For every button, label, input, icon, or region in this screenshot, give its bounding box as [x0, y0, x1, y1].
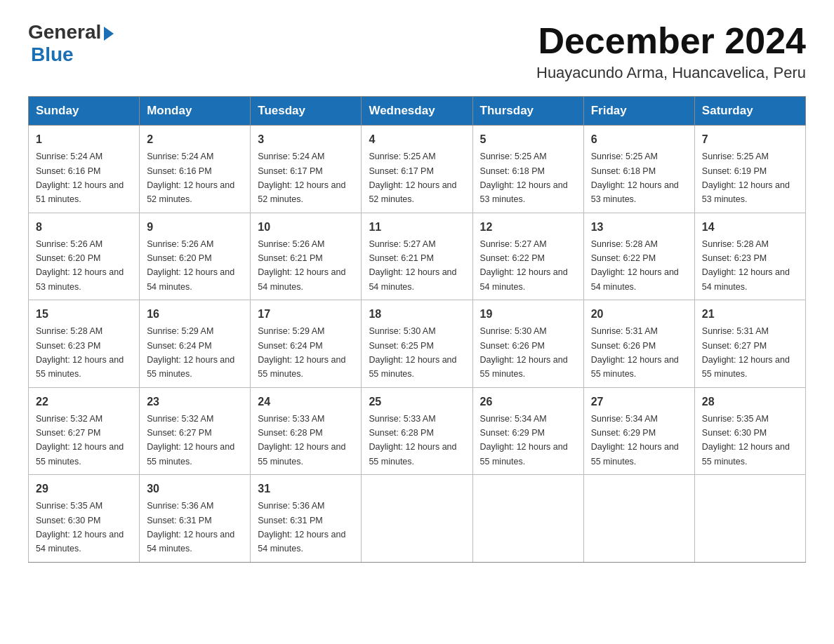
day-info: Sunrise: 5:30 AMSunset: 6:25 PMDaylight:…	[369, 326, 456, 379]
day-info: Sunrise: 5:29 AMSunset: 6:24 PMDaylight:…	[258, 326, 345, 379]
calendar-cell: 19 Sunrise: 5:30 AMSunset: 6:26 PMDaylig…	[472, 300, 583, 388]
day-info: Sunrise: 5:27 AMSunset: 6:21 PMDaylight:…	[369, 239, 456, 292]
day-number: 18	[369, 306, 465, 323]
day-info: Sunrise: 5:32 AMSunset: 6:27 PMDaylight:…	[36, 414, 124, 467]
page-header: General Blue December 2024 Huayacundo Ar…	[28, 21, 806, 82]
day-number: 16	[147, 306, 243, 323]
calendar-cell: 7 Sunrise: 5:25 AMSunset: 6:19 PMDayligh…	[694, 126, 805, 213]
day-number: 24	[258, 394, 354, 410]
day-number: 31	[258, 481, 354, 497]
day-info: Sunrise: 5:31 AMSunset: 6:27 PMDaylight:…	[702, 326, 790, 379]
calendar-cell: 18 Sunrise: 5:30 AMSunset: 6:25 PMDaylig…	[362, 300, 472, 388]
day-number: 26	[480, 394, 576, 410]
weekday-header-friday: Friday	[583, 97, 694, 126]
day-number: 25	[369, 394, 465, 410]
day-number: 23	[147, 394, 243, 410]
calendar-cell: 13 Sunrise: 5:28 AMSunset: 6:22 PMDaylig…	[583, 213, 694, 300]
calendar-cell	[583, 475, 694, 563]
weekday-header-thursday: Thursday	[472, 97, 583, 126]
day-info: Sunrise: 5:26 AMSunset: 6:21 PMDaylight:…	[258, 239, 345, 292]
day-info: Sunrise: 5:35 AMSunset: 6:30 PMDaylight:…	[36, 501, 124, 554]
day-info: Sunrise: 5:27 AMSunset: 6:22 PMDaylight:…	[480, 239, 568, 292]
calendar-cell: 22 Sunrise: 5:32 AMSunset: 6:27 PMDaylig…	[29, 387, 140, 475]
day-number: 6	[591, 131, 687, 148]
location-title: Huayacundo Arma, Huancavelica, Peru	[536, 64, 806, 82]
calendar-cell: 29 Sunrise: 5:35 AMSunset: 6:30 PMDaylig…	[29, 475, 140, 563]
day-number: 2	[147, 131, 243, 148]
calendar-cell: 12 Sunrise: 5:27 AMSunset: 6:22 PMDaylig…	[472, 213, 583, 300]
calendar-cell: 5 Sunrise: 5:25 AMSunset: 6:18 PMDayligh…	[472, 126, 583, 213]
day-number: 17	[258, 306, 354, 323]
day-info: Sunrise: 5:24 AMSunset: 6:17 PMDaylight:…	[258, 152, 345, 204]
calendar-cell: 23 Sunrise: 5:32 AMSunset: 6:27 PMDaylig…	[140, 387, 251, 475]
calendar-week-row: 29 Sunrise: 5:35 AMSunset: 6:30 PMDaylig…	[29, 475, 806, 563]
calendar-cell: 24 Sunrise: 5:33 AMSunset: 6:28 PMDaylig…	[251, 387, 362, 475]
day-info: Sunrise: 5:36 AMSunset: 6:31 PMDaylight:…	[147, 501, 234, 554]
day-info: Sunrise: 5:33 AMSunset: 6:28 PMDaylight:…	[258, 414, 345, 467]
day-number: 7	[702, 131, 798, 148]
calendar-table: SundayMondayTuesdayWednesdayThursdayFrid…	[28, 96, 806, 563]
title-area: December 2024 Huayacundo Arma, Huancavel…	[536, 21, 806, 82]
calendar-cell: 30 Sunrise: 5:36 AMSunset: 6:31 PMDaylig…	[140, 475, 251, 563]
day-number: 12	[480, 219, 576, 236]
weekday-header-sunday: Sunday	[29, 97, 140, 126]
day-number: 1	[36, 131, 132, 148]
weekday-header-saturday: Saturday	[694, 97, 805, 126]
day-number: 15	[36, 306, 132, 323]
day-info: Sunrise: 5:24 AMSunset: 6:16 PMDaylight:…	[147, 152, 234, 204]
day-info: Sunrise: 5:31 AMSunset: 6:26 PMDaylight:…	[591, 326, 679, 379]
day-info: Sunrise: 5:28 AMSunset: 6:22 PMDaylight:…	[591, 239, 679, 292]
day-number: 13	[591, 219, 687, 236]
calendar-week-row: 22 Sunrise: 5:32 AMSunset: 6:27 PMDaylig…	[29, 387, 806, 475]
day-number: 3	[258, 131, 354, 148]
day-info: Sunrise: 5:34 AMSunset: 6:29 PMDaylight:…	[480, 414, 568, 467]
calendar-cell: 21 Sunrise: 5:31 AMSunset: 6:27 PMDaylig…	[694, 300, 805, 388]
day-info: Sunrise: 5:28 AMSunset: 6:23 PMDaylight:…	[702, 239, 790, 292]
day-info: Sunrise: 5:25 AMSunset: 6:18 PMDaylight:…	[480, 152, 568, 204]
calendar-cell: 14 Sunrise: 5:28 AMSunset: 6:23 PMDaylig…	[694, 213, 805, 300]
day-info: Sunrise: 5:26 AMSunset: 6:20 PMDaylight:…	[147, 239, 234, 292]
calendar-week-row: 8 Sunrise: 5:26 AMSunset: 6:20 PMDayligh…	[29, 213, 806, 300]
day-number: 22	[36, 394, 132, 410]
calendar-cell: 8 Sunrise: 5:26 AMSunset: 6:20 PMDayligh…	[29, 213, 140, 300]
day-info: Sunrise: 5:26 AMSunset: 6:20 PMDaylight:…	[36, 239, 124, 292]
day-number: 5	[480, 131, 576, 148]
calendar-week-row: 1 Sunrise: 5:24 AMSunset: 6:16 PMDayligh…	[29, 126, 806, 213]
weekday-header-wednesday: Wednesday	[362, 97, 472, 126]
day-info: Sunrise: 5:25 AMSunset: 6:19 PMDaylight:…	[702, 152, 790, 204]
day-info: Sunrise: 5:25 AMSunset: 6:17 PMDaylight:…	[369, 152, 456, 204]
logo: General Blue	[28, 21, 114, 66]
day-info: Sunrise: 5:24 AMSunset: 6:16 PMDaylight:…	[36, 152, 124, 204]
calendar-cell: 2 Sunrise: 5:24 AMSunset: 6:16 PMDayligh…	[140, 126, 251, 213]
day-number: 28	[702, 394, 798, 410]
day-info: Sunrise: 5:30 AMSunset: 6:26 PMDaylight:…	[480, 326, 568, 379]
calendar-cell: 6 Sunrise: 5:25 AMSunset: 6:18 PMDayligh…	[583, 126, 694, 213]
day-number: 8	[36, 219, 132, 236]
month-title: December 2024	[536, 21, 806, 61]
weekday-header-tuesday: Tuesday	[251, 97, 362, 126]
day-info: Sunrise: 5:29 AMSunset: 6:24 PMDaylight:…	[147, 326, 234, 379]
logo-general-text: General	[28, 21, 101, 43]
calendar-cell: 17 Sunrise: 5:29 AMSunset: 6:24 PMDaylig…	[251, 300, 362, 388]
day-info: Sunrise: 5:36 AMSunset: 6:31 PMDaylight:…	[258, 501, 345, 554]
calendar-header: SundayMondayTuesdayWednesdayThursdayFrid…	[29, 97, 806, 126]
day-number: 19	[480, 306, 576, 323]
calendar-cell: 20 Sunrise: 5:31 AMSunset: 6:26 PMDaylig…	[583, 300, 694, 388]
calendar-cell: 26 Sunrise: 5:34 AMSunset: 6:29 PMDaylig…	[472, 387, 583, 475]
calendar-cell	[472, 475, 583, 563]
day-number: 27	[591, 394, 687, 410]
calendar-cell	[362, 475, 472, 563]
day-number: 20	[591, 306, 687, 323]
calendar-cell: 10 Sunrise: 5:26 AMSunset: 6:21 PMDaylig…	[251, 213, 362, 300]
day-info: Sunrise: 5:28 AMSunset: 6:23 PMDaylight:…	[36, 326, 124, 379]
day-number: 4	[369, 131, 465, 148]
calendar-cell: 27 Sunrise: 5:34 AMSunset: 6:29 PMDaylig…	[583, 387, 694, 475]
day-number: 10	[258, 219, 354, 236]
calendar-cell: 25 Sunrise: 5:33 AMSunset: 6:28 PMDaylig…	[362, 387, 472, 475]
calendar-cell: 31 Sunrise: 5:36 AMSunset: 6:31 PMDaylig…	[251, 475, 362, 563]
day-number: 11	[369, 219, 465, 236]
day-info: Sunrise: 5:32 AMSunset: 6:27 PMDaylight:…	[147, 414, 234, 467]
day-info: Sunrise: 5:25 AMSunset: 6:18 PMDaylight:…	[591, 152, 679, 204]
calendar-cell: 3 Sunrise: 5:24 AMSunset: 6:17 PMDayligh…	[251, 126, 362, 213]
calendar-cell: 1 Sunrise: 5:24 AMSunset: 6:16 PMDayligh…	[29, 126, 140, 213]
